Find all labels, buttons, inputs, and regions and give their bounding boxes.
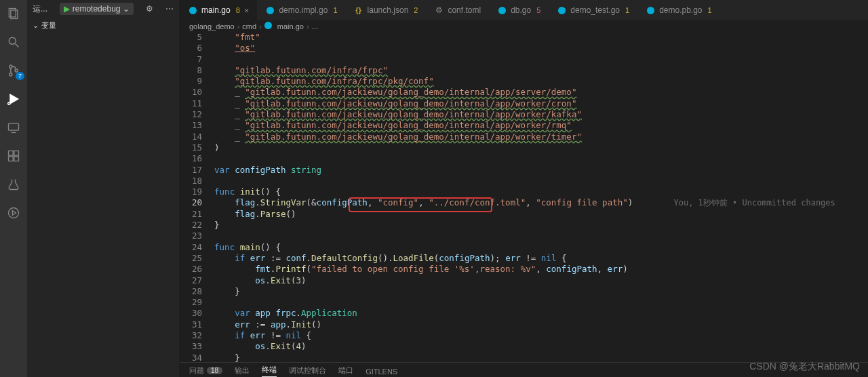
crumb-item[interactable]: cmd — [242, 22, 256, 31]
close-icon[interactable]: × — [244, 5, 250, 16]
chevron-down-icon: ⌄ — [123, 4, 130, 14]
editor-tab[interactable]: {}launch.json2 — [346, 0, 427, 20]
tab-gitlens[interactable]: GITLENS — [366, 368, 397, 377]
run-config-selector[interactable]: ▶ remotedebug ⌄ — [60, 3, 134, 15]
activity-bar: 7 — [0, 0, 27, 377]
svg-marker-16 — [12, 211, 16, 216]
editor-tab[interactable]: db.go5 — [489, 0, 549, 20]
chevron-down-icon: ⌄ — [33, 21, 39, 30]
tab-terminal[interactable]: 终端 — [262, 365, 277, 377]
go-icon — [646, 5, 655, 15]
gear-icon[interactable]: ⚙ — [146, 4, 153, 14]
tab-mod-count: 1 — [333, 6, 337, 14]
editor-tab[interactable]: ⚙conf.toml — [426, 0, 489, 20]
tab-output[interactable]: 输出 — [235, 365, 250, 377]
svg-point-8 — [8, 102, 10, 104]
svg-point-5 — [9, 73, 12, 76]
tab-mod-count: 1 — [625, 6, 629, 14]
json-icon: {} — [354, 5, 363, 15]
crumb-item[interactable]: ... — [312, 22, 318, 31]
toml-icon: ⚙ — [434, 5, 443, 15]
search-icon[interactable] — [5, 34, 22, 50]
code-editor[interactable]: 5678910111213141516171819202122232425262… — [180, 32, 868, 377]
svg-point-6 — [15, 69, 18, 72]
svg-rect-13 — [9, 157, 14, 161]
tab-label: demo_test.go — [570, 5, 620, 15]
remote-icon[interactable] — [5, 119, 22, 136]
editor-tab[interactable]: main.go8× — [180, 0, 257, 20]
tab-problems[interactable]: 问题18 — [189, 365, 222, 377]
source-control-icon[interactable]: 7 — [5, 62, 22, 79]
extensions-icon[interactable] — [5, 148, 22, 164]
svg-point-15 — [9, 208, 19, 218]
tab-label: db.go — [511, 5, 531, 15]
go-icon — [264, 22, 272, 31]
breadcrumb[interactable]: golang_demo›cmd›main.go›... — [180, 20, 868, 32]
run-config-name: remotedebug — [73, 4, 121, 14]
editor-tab[interactable]: demo.pb.go1 — [637, 0, 720, 20]
variables-label: 变量 — [41, 20, 56, 31]
tab-mod-count: 5 — [536, 6, 540, 14]
explorer-icon[interactable] — [5, 5, 22, 22]
tab-label: launch.json — [368, 5, 409, 15]
variables-section[interactable]: ⌄ 变量 — [27, 18, 179, 33]
problems-count: 18 — [207, 367, 222, 374]
svg-rect-9 — [9, 123, 19, 130]
svg-rect-14 — [14, 157, 19, 161]
go-icon — [265, 5, 275, 15]
more-icon[interactable]: ⋯ — [165, 4, 174, 14]
go-icon — [188, 5, 197, 15]
scm-badge: 7 — [16, 72, 24, 80]
svg-rect-11 — [9, 151, 14, 156]
run-debug-panel: 运... ▶ remotedebug ⌄ ⚙ ⋯ ⌄ 变量 — [27, 0, 180, 377]
tab-ports[interactable]: 端口 — [338, 365, 353, 377]
tab-label: main.go — [201, 5, 231, 15]
editor-tabs: main.go8×demo.impl.go1{}launch.json2⚙con… — [180, 0, 868, 20]
tab-mod-count: 8 — [236, 6, 240, 14]
play-icon: ▶ — [64, 4, 70, 14]
svg-rect-12 — [14, 151, 19, 156]
extra-icon[interactable] — [5, 205, 22, 221]
tab-mod-count: 2 — [414, 6, 418, 14]
svg-marker-7 — [10, 94, 18, 103]
tab-debug-console[interactable]: 调试控制台 — [289, 365, 326, 377]
tab-label: demo.impl.go — [279, 5, 328, 15]
go-icon — [497, 5, 507, 15]
crumb-item[interactable]: golang_demo — [189, 22, 235, 31]
svg-point-2 — [9, 37, 16, 44]
crumb-item[interactable]: main.go — [277, 22, 304, 31]
testing-icon[interactable] — [5, 176, 22, 193]
watermark: CSDN @兔老大RabbitMQ — [749, 361, 860, 373]
editor-tab[interactable]: demo_test.go1 — [549, 0, 637, 20]
run-debug-icon[interactable] — [5, 91, 22, 107]
svg-point-4 — [9, 65, 12, 68]
svg-line-3 — [16, 44, 19, 47]
tab-label: conf.toml — [448, 5, 481, 15]
tab-mod-count: 1 — [708, 6, 712, 14]
editor-area: main.go8×demo.impl.go1{}launch.json2⚙con… — [180, 0, 868, 377]
tab-label: demo.pb.go — [659, 5, 702, 15]
editor-tab[interactable]: demo.impl.go1 — [257, 0, 345, 20]
go-icon — [557, 5, 566, 15]
panel-title: 运... — [33, 3, 47, 15]
